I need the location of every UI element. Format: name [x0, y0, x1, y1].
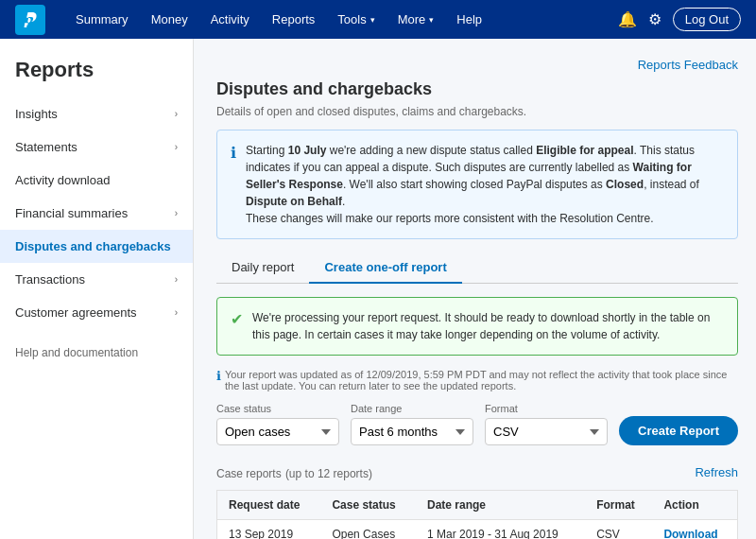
info-box: ℹ Starting 10 July we're adding a new di… [216, 130, 738, 239]
nav-right: 🔔 ⚙ Log Out [618, 8, 741, 31]
success-text: We're processing your report request. It… [252, 309, 724, 343]
download-link[interactable]: Download [652, 520, 737, 540]
nav-help[interactable]: Help [445, 0, 493, 39]
cell-case-status: Open Cases [320, 520, 416, 540]
note-icon: ℹ [216, 369, 221, 383]
sidebar-item-label: Transactions [15, 272, 85, 287]
date-range-group: Date range Past 6 months Past 3 months P… [351, 403, 473, 445]
settings-icon[interactable]: ⚙ [648, 10, 662, 28]
form-row: Case status Open cases Closed cases All … [216, 403, 738, 445]
sidebar-title: Reports [0, 58, 193, 97]
chevron-icon: › [175, 208, 178, 218]
success-box: ✔ We're processing your report request. … [216, 297, 738, 356]
paypal-logo [15, 5, 45, 35]
logout-button[interactable]: Log Out [673, 8, 741, 31]
chevron-icon: › [175, 109, 178, 119]
nav-links: Summary Money Activity Reports Tools ▾ M… [64, 0, 618, 39]
chevron-icon: › [175, 142, 178, 152]
sidebar-item-customer-agreements[interactable]: Customer agreements › [0, 296, 193, 329]
info-icon: ℹ [231, 144, 236, 227]
more-caret: ▾ [429, 15, 434, 25]
col-date-range: Date range [416, 491, 585, 520]
col-case-status: Case status [320, 491, 416, 520]
col-action: Action [652, 491, 737, 520]
refresh-link[interactable]: Refresh [695, 465, 738, 479]
info-box-text: Starting 10 July we're adding a new disp… [246, 142, 724, 227]
sidebar: Reports Insights › Statements › Activity… [0, 39, 194, 539]
update-note-text: Your report was updated as of 12/09/2019… [225, 369, 738, 391]
case-reports-header: Case reports (up to 12 reports) Refresh [216, 464, 738, 480]
case-status-group: Case status Open cases Closed cases All … [216, 403, 339, 445]
update-note: ℹ Your report was updated as of 12/09/20… [216, 369, 738, 391]
col-format: Format [585, 491, 652, 520]
tabs: Daily report Create one-off report [216, 252, 738, 284]
create-report-button[interactable]: Create Report [619, 416, 738, 445]
nav-money[interactable]: Money [140, 0, 199, 39]
nav-summary[interactable]: Summary [64, 0, 140, 39]
section-subtitle: Details of open and closed disputes, cla… [216, 105, 738, 118]
page-header: Reports Feedback [216, 58, 738, 72]
sidebar-item-financial-summaries[interactable]: Financial summaries › [0, 197, 193, 230]
success-icon: ✔ [231, 310, 243, 328]
reports-table: Request date Case status Date range Form… [216, 490, 738, 539]
case-status-select[interactable]: Open cases Closed cases All cases [216, 418, 339, 445]
notification-icon[interactable]: 🔔 [618, 10, 637, 28]
case-reports-title: Case reports (up to 12 reports) [216, 464, 372, 480]
col-request-date: Request date [217, 491, 321, 520]
nav-tools[interactable]: Tools ▾ [326, 0, 386, 39]
cell-format: CSV [585, 520, 652, 540]
reports-feedback-link[interactable]: Reports Feedback [638, 58, 738, 72]
navbar: Summary Money Activity Reports Tools ▾ M… [0, 0, 756, 39]
format-group: Format CSV Tab-delimited [485, 403, 608, 445]
sidebar-help[interactable]: Help and documentation [0, 337, 193, 369]
cell-request-date: 13 Sep 2019 [217, 520, 321, 540]
sidebar-item-statements[interactable]: Statements › [0, 130, 193, 164]
format-label: Format [485, 403, 608, 414]
section-title: Disputes and chargebacks [216, 79, 738, 99]
case-reports-subtitle: (up to 12 reports) [285, 467, 372, 480]
chevron-icon: › [175, 274, 178, 285]
sidebar-item-insights[interactable]: Insights › [0, 97, 193, 130]
cell-date-range: 1 Mar 2019 - 31 Aug 2019 [416, 520, 585, 540]
sidebar-item-label: Financial summaries [15, 206, 128, 220]
case-status-label: Case status [216, 403, 339, 414]
sidebar-item-label: Customer agreements [15, 305, 137, 320]
sidebar-item-label: Activity download [15, 173, 110, 187]
nav-reports[interactable]: Reports [261, 0, 327, 39]
sidebar-item-label: Statements [15, 140, 77, 154]
tools-caret: ▾ [370, 15, 375, 25]
main-content: Reports Feedback Disputes and chargeback… [194, 39, 756, 539]
date-range-select[interactable]: Past 6 months Past 3 months Past month C… [351, 418, 473, 445]
format-select[interactable]: CSV Tab-delimited [485, 418, 608, 445]
tab-daily-report[interactable]: Daily report [216, 252, 309, 284]
chevron-icon: › [175, 307, 178, 318]
sidebar-item-activity-download[interactable]: Activity download [0, 164, 193, 197]
nav-more[interactable]: More ▾ [387, 0, 446, 39]
page-container: Reports Insights › Statements › Activity… [0, 39, 756, 539]
date-range-label: Date range [351, 403, 473, 414]
nav-activity[interactable]: Activity [199, 0, 261, 39]
sidebar-item-transactions[interactable]: Transactions › [0, 263, 193, 296]
sidebar-item-label: Disputes and chargebacks [15, 239, 171, 253]
sidebar-item-label: Insights [15, 107, 58, 121]
tab-create-one-off[interactable]: Create one-off report [309, 252, 461, 284]
sidebar-item-disputes[interactable]: Disputes and chargebacks [0, 230, 193, 263]
table-row: 13 Sep 2019 Open Cases 1 Mar 2019 - 31 A… [217, 520, 738, 540]
